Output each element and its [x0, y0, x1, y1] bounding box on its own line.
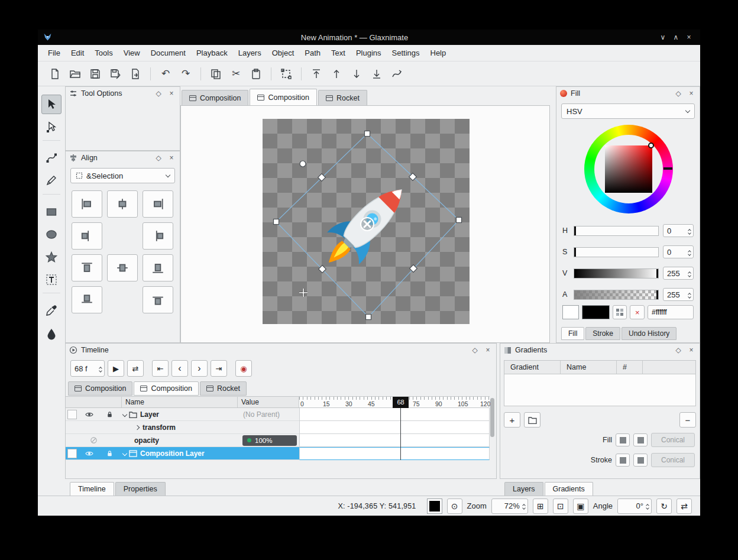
draw-bezier-tool[interactable] [41, 148, 62, 167]
float-panel-icon[interactable]: ◇ [154, 89, 163, 98]
focus-view-icon[interactable]: ⊙ [447, 499, 462, 514]
stroke-gradient-type-combo[interactable]: Conical [651, 453, 695, 467]
copy-icon[interactable] [207, 65, 225, 83]
timeline-tracks[interactable] [299, 408, 490, 460]
close-panel-icon[interactable]: × [167, 89, 176, 98]
gradients-list[interactable] [504, 374, 696, 406]
view-reset-icon[interactable]: ▣ [573, 499, 588, 514]
expander-icon[interactable] [122, 451, 127, 455]
opacity-track[interactable] [299, 434, 490, 447]
menu-help[interactable]: Help [425, 46, 452, 60]
remove-gradient-button[interactable]: − [679, 412, 696, 428]
canvas-tab-rocket[interactable]: Rocket [318, 90, 367, 105]
timeline-tab-composition-1[interactable]: Composition [68, 381, 132, 396]
lock-icon[interactable] [99, 410, 119, 418]
stroke-linear-gradient-button[interactable] [616, 454, 630, 467]
value-spinbox[interactable]: 255 [663, 267, 694, 280]
fill-radial-gradient-button[interactable] [633, 433, 648, 446]
canvas-tab-composition-2[interactable]: Composition [250, 89, 316, 105]
cut-icon[interactable]: ✂ [227, 65, 245, 83]
layer-checkbox[interactable] [67, 449, 77, 458]
current-color-indicator[interactable] [427, 499, 442, 514]
color-wheel[interactable] [584, 125, 673, 213]
zoom-reset-icon[interactable]: ⊡ [553, 499, 568, 514]
align-vcenter-button[interactable] [107, 254, 138, 281]
hidden-eye-icon[interactable] [83, 436, 103, 444]
loop-icon[interactable]: ⇄ [127, 360, 144, 377]
paste-icon[interactable] [247, 65, 265, 83]
opacity-value-chip[interactable]: 100% [242, 435, 297, 446]
align-right-button[interactable] [143, 190, 173, 218]
float-panel-icon[interactable]: ◇ [674, 346, 683, 354]
timeline-tab-composition-2[interactable]: Composition [134, 381, 198, 396]
transform-row[interactable]: transform [66, 421, 299, 434]
timeline-tab-rocket[interactable]: Rocket [200, 381, 247, 396]
undo-icon[interactable]: ↶ [157, 65, 174, 83]
canvas-tab-composition-1[interactable]: Composition [182, 90, 248, 105]
align-right-outside-button[interactable] [143, 222, 173, 250]
saturation-slider[interactable] [574, 247, 659, 257]
timeline-ruler[interactable]: 0 15 30 45 68 75 90 105 120 [299, 396, 490, 408]
close-button[interactable]: × [682, 33, 695, 41]
angle-reset-icon[interactable]: ↻ [656, 499, 672, 514]
hue-spinbox[interactable]: 0 [663, 224, 694, 237]
menu-layers[interactable]: Layers [233, 46, 267, 60]
add-gradient-button[interactable]: + [504, 412, 520, 428]
dock-tab-gradients[interactable]: Gradients [545, 482, 593, 496]
close-panel-icon[interactable]: × [167, 154, 176, 162]
play-icon[interactable]: ▶ [108, 360, 124, 377]
select-tool[interactable] [41, 95, 62, 114]
align-top-outside-button[interactable] [72, 286, 102, 313]
menu-edit[interactable]: Edit [66, 46, 89, 60]
frame-spinbox[interactable]: 68 f [70, 360, 105, 377]
minimize-button[interactable]: ∨ [656, 33, 669, 41]
saturation-spinbox[interactable]: 0 [663, 245, 694, 258]
new-folder-icon[interactable] [524, 412, 540, 428]
zoom-spinbox[interactable]: 72% [491, 499, 528, 514]
maximize-button[interactable]: ∧ [669, 33, 682, 41]
ellipse-tool[interactable] [41, 225, 62, 244]
canvas-viewport[interactable] [180, 105, 550, 343]
hue-slider[interactable] [574, 226, 659, 236]
edit-nodes-tool[interactable] [41, 118, 62, 137]
colorspace-combo[interactable]: HSV [561, 103, 695, 119]
go-last-frame-icon[interactable]: ⇥ [211, 360, 227, 377]
layer-row[interactable]: Layer (No Parent) [66, 408, 299, 421]
align-left-outside-button[interactable] [72, 222, 102, 250]
current-frame-chip[interactable]: 68 [393, 397, 409, 408]
menu-view[interactable]: View [118, 46, 145, 60]
clear-color-icon[interactable]: × [630, 305, 645, 319]
float-panel-icon[interactable]: ◇ [154, 154, 163, 162]
composition-layer-track[interactable] [299, 447, 490, 460]
expander-icon[interactable] [135, 425, 140, 429]
secondary-color-swatch[interactable] [582, 305, 610, 319]
menu-plugins[interactable]: Plugins [351, 46, 387, 60]
align-target-combo[interactable]: &Selection [70, 168, 175, 183]
timeline-scrollbar[interactable] [490, 398, 494, 437]
align-bottom-outside-button[interactable] [143, 286, 173, 313]
star-tool[interactable] [41, 247, 62, 266]
alpha-slider[interactable] [574, 290, 659, 300]
menu-tools[interactable]: Tools [89, 46, 118, 60]
dock-tab-layers[interactable]: Layers [504, 482, 543, 496]
value-slider[interactable] [574, 268, 659, 279]
raise-to-top-icon[interactable] [308, 65, 325, 83]
text-tool[interactable] [41, 270, 62, 289]
prev-frame-icon[interactable]: ‹ [171, 360, 188, 377]
palette-icon[interactable] [613, 305, 627, 319]
close-panel-icon[interactable]: × [687, 89, 696, 98]
new-document-icon[interactable] [46, 65, 64, 83]
close-panel-icon[interactable]: × [483, 346, 493, 354]
visibility-eye-icon[interactable] [79, 410, 99, 419]
tab-fill[interactable]: Fill [561, 327, 584, 340]
object-to-path-icon[interactable] [388, 65, 406, 83]
menu-settings[interactable]: Settings [387, 46, 425, 60]
save-as-icon[interactable] [106, 65, 124, 83]
lower-to-bottom-icon[interactable] [368, 65, 386, 83]
raise-icon[interactable] [328, 65, 345, 83]
menu-file[interactable]: File [43, 46, 66, 60]
composition-layer-row[interactable]: Composition Layer [66, 447, 299, 460]
stroke-radial-gradient-button[interactable] [633, 454, 648, 467]
color-selector-dot[interactable] [648, 143, 654, 148]
opacity-row[interactable]: opacity 100% [66, 434, 299, 447]
